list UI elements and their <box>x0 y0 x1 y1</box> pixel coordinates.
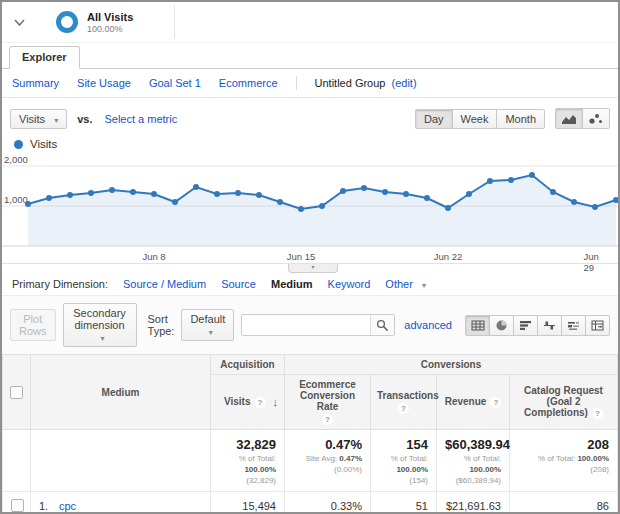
column-header-visits[interactable]: Visits?↓ <box>211 375 285 430</box>
ecr-cell: 0.33% <box>285 492 371 514</box>
chevron-down-icon: ▾ <box>209 328 213 337</box>
view-switcher <box>465 315 610 336</box>
x-axis-tick: Jun 22 <box>434 251 463 262</box>
report-tabstrip: Explorer <box>2 43 618 69</box>
chart-type-toggle <box>555 108 610 129</box>
totals-empty-cell <box>3 430 31 492</box>
search-input[interactable] <box>242 316 370 334</box>
totals-visits: 32,829 % of Total: 100.00% (32,829) <box>211 430 285 492</box>
medium-cell: 1.cpc <box>31 492 211 514</box>
totals-ecr: 0.47% Site Avg: 0.47% (0.00%) <box>285 430 371 492</box>
table-search <box>241 314 395 336</box>
table-row: 1.cpc 15,494 0.33% 51 $21,691.63 86 <box>3 492 618 514</box>
sort-type-dropdown[interactable]: Default ▾ <box>181 309 234 341</box>
granularity-day-button[interactable]: Day <box>415 109 453 129</box>
x-axis-tick: Jun 8 <box>142 251 165 262</box>
medium-link-cpc[interactable]: cpc <box>59 500 76 512</box>
chevron-down-icon: ▾ <box>54 116 58 125</box>
svg-text:1,000: 1,000 <box>4 194 28 205</box>
chart-footer: ▾ <box>2 264 618 274</box>
visits-header-label: Visits <box>224 396 251 407</box>
line-chart-icon[interactable] <box>555 108 583 129</box>
search-icon[interactable] <box>370 315 394 335</box>
subnav-site-usage[interactable]: Site Usage <box>77 77 131 89</box>
row-checkbox[interactable] <box>11 499 24 512</box>
column-header-transactions[interactable]: Transactions? <box>371 375 437 430</box>
subnav-goal-set-1[interactable]: Goal Set 1 <box>149 77 201 89</box>
subnav-summary[interactable]: Summary <box>12 77 59 89</box>
revenue-header-label: Revenue <box>445 396 487 407</box>
column-header-ecommerce-conversion-rate[interactable]: Ecommerce Conversion Rate? <box>285 375 371 430</box>
column-header-goal2[interactable]: Catalog Request (Goal 2 Completions)? <box>510 375 618 430</box>
segment-all-visits[interactable]: All Visits 100.00% <box>36 11 133 34</box>
segment-donut-icon <box>56 11 78 33</box>
medium-data-table: Medium Acquisition Conversions Visits?↓ … <box>2 354 618 514</box>
table-view-icon[interactable] <box>465 315 490 336</box>
chart-controls: Day Week Month <box>415 108 610 129</box>
segment-divider <box>174 5 175 39</box>
report-subnav: Summary Site Usage Goal Set 1 Ecommerce … <box>2 69 618 98</box>
group-header-acquisition: Acquisition <box>211 355 285 375</box>
comparison-view-icon[interactable] <box>537 315 562 336</box>
chart-legend: Visits <box>2 135 618 152</box>
metric-selector-dropdown[interactable]: Visits ▾ <box>10 109 67 129</box>
term-cloud-view-icon[interactable] <box>561 315 586 336</box>
advanced-search-link[interactable]: advanced <box>404 319 452 331</box>
dimension-other-dropdown[interactable]: Other ▾ <box>385 278 426 290</box>
segment-percent: 100.00% <box>87 24 133 34</box>
chevron-down-icon[interactable] <box>2 15 36 30</box>
group-header-conversions: Conversions <box>285 355 618 375</box>
ecr-header-label: Ecommerce Conversion Rate <box>299 379 356 412</box>
performance-view-icon[interactable] <box>513 315 538 336</box>
granularity-month-button[interactable]: Month <box>496 109 545 129</box>
goal-cell: 86 <box>510 492 618 514</box>
visits-cell: 15,494 <box>211 492 285 514</box>
table-group-header-row: Medium Acquisition Conversions <box>3 355 618 375</box>
secondary-dimension-dropdown[interactable]: Secondary dimension ▾ <box>63 303 137 347</box>
column-header-medium[interactable]: Medium <box>31 355 211 430</box>
sort-type-value: Default <box>190 313 225 325</box>
totals-empty-cell <box>31 430 211 492</box>
subnav-ecommerce[interactable]: Ecommerce <box>219 77 278 89</box>
ga-explorer-panel: All Visits 100.00% Explorer Summary Site… <box>0 0 620 514</box>
segment-bar: All Visits 100.00% <box>2 2 618 43</box>
x-axis-tick: Jun 15 <box>287 251 316 262</box>
subnav-divider <box>296 76 297 90</box>
chevron-down-icon: ▾ <box>422 281 426 290</box>
chart-x-axis: Jun 8Jun 15Jun 22Jun 29 <box>2 250 618 264</box>
svg-text:2,000: 2,000 <box>4 154 28 165</box>
table-toolbar: Plot Rows Secondary dimension ▾ Sort Typ… <box>2 295 618 354</box>
percentage-view-icon[interactable] <box>489 315 514 336</box>
help-icon[interactable]: ? <box>490 397 501 408</box>
granularity-week-button[interactable]: Week <box>452 109 498 129</box>
primary-dimension-label: Primary Dimension: <box>12 278 108 290</box>
dimension-source[interactable]: Source <box>221 278 256 290</box>
visits-chart: 2,0001,000 Jun 8Jun 15Jun 22Jun 29 ▾ <box>2 152 618 274</box>
dimension-medium-selected[interactable]: Medium <box>271 278 313 290</box>
help-icon[interactable]: ? <box>322 414 333 425</box>
motion-chart-icon[interactable] <box>582 108 610 129</box>
secondary-dimension-label: Secondary dimension <box>73 307 126 331</box>
help-icon[interactable]: ? <box>398 403 409 414</box>
pivot-view-icon[interactable] <box>585 315 610 336</box>
sort-descending-icon[interactable]: ↓ <box>273 396 279 408</box>
plot-rows-button[interactable]: Plot Rows <box>10 309 56 341</box>
select-all-checkbox[interactable] <box>10 386 23 399</box>
series-dot-icon <box>14 140 23 149</box>
edit-group-link[interactable]: (edit) <box>391 77 416 89</box>
metric-toolbar: Visits ▾ vs. Select a metric Day Week Mo… <box>2 98 618 135</box>
dimension-source-medium[interactable]: Source / Medium <box>123 278 206 290</box>
column-header-revenue[interactable]: Revenue? <box>437 375 510 430</box>
tab-explorer[interactable]: Explorer <box>9 46 80 69</box>
visits-area-chart[interactable]: 2,0001,000 <box>2 152 618 248</box>
select-a-metric-link[interactable]: Select a metric <box>104 113 177 125</box>
help-icon[interactable]: ? <box>592 408 603 419</box>
chevron-down-icon: ▾ <box>101 334 105 343</box>
granularity-toggle: Day Week Month <box>415 109 545 129</box>
help-icon[interactable]: ? <box>255 397 266 408</box>
vs-label: vs. <box>77 113 92 125</box>
chart-collapse-handle[interactable]: ▾ <box>288 264 338 273</box>
primary-dimension-row: Primary Dimension: Source / Medium Sourc… <box>2 274 618 295</box>
transactions-header-label: Transactions <box>377 390 439 401</box>
dimension-keyword[interactable]: Keyword <box>328 278 371 290</box>
